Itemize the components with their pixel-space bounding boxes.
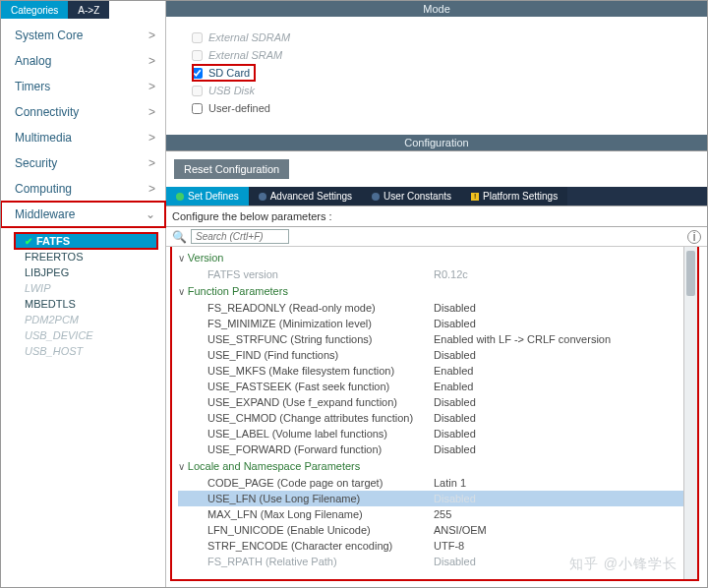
mode-option-user-defined: User-defined [192, 99, 699, 117]
param-value: Enabled [434, 381, 687, 392]
category-item-multimedia[interactable]: Multimedia> [1, 125, 165, 150]
param-section-version[interactable]: Version [178, 249, 687, 266]
config-tab-bar: Set DefinesAdvanced SettingsUser Constan… [166, 187, 707, 206]
config-tab-platform-settings[interactable]: !Platform Settings [461, 187, 567, 206]
config-description: Configure the below parameters : [166, 206, 707, 227]
mode-label: User-defined [208, 102, 270, 114]
param-name: MAX_LFN (Max Long Filename) [207, 508, 434, 520]
param-section-locale-and-namespace-parameters[interactable]: Locale and Namespace Parameters [178, 457, 687, 475]
param-value: 255 [434, 508, 687, 520]
param-row[interactable]: STRF_ENCODE (Character encoding)UTF-8 [178, 538, 687, 554]
mode-label: USB Disk [208, 85, 255, 96]
param-name: FS_RPATH (Relative Path) [207, 556, 434, 567]
info-icon[interactable]: i [687, 230, 701, 244]
param-row[interactable]: USE_CHMOD (Change attributes function)Di… [178, 410, 687, 426]
mode-label: SD Card [208, 67, 250, 79]
param-row[interactable]: USE_FORWARD (Forward function)Disabled [178, 441, 687, 457]
param-row[interactable]: USE_EXPAND (Use f_expand function)Disabl… [178, 394, 687, 410]
middleware-item-pdm2pcm[interactable]: PDM2PCM [1, 312, 165, 327]
category-item-connectivity[interactable]: Connectivity> [1, 99, 165, 125]
param-name: USE_CHMOD (Change attributes function) [207, 412, 434, 424]
mode-checkbox[interactable] [192, 68, 203, 79]
category-item-middleware[interactable]: Middleware⌄ [1, 202, 165, 227]
category-item-computing[interactable]: Computing> [1, 176, 165, 202]
chevron-right-icon: > [148, 54, 155, 68]
param-row[interactable]: FS_RPATH (Relative Path)Disabled [178, 554, 687, 569]
param-row[interactable]: LFN_UNICODE (Enable Unicode)ANSI/OEM [178, 522, 687, 538]
chevron-right-icon: > [148, 131, 155, 145]
configuration-body: Reset Configuration Set DefinesAdvanced … [166, 150, 707, 587]
param-row[interactable]: MAX_LFN (Max Long Filename)255 [178, 506, 687, 522]
param-row[interactable]: USE_LFN (Use Long Filename)Disabled [178, 491, 687, 506]
middleware-item-usb_host[interactable]: USB_HOST [1, 343, 165, 359]
param-row[interactable]: FS_MINIMIZE (Minimization level)Disabled [178, 316, 687, 331]
param-name: USE_EXPAND (Use f_expand function) [207, 396, 434, 408]
param-row[interactable]: USE_LABEL (Volume label functions)Disabl… [178, 426, 687, 441]
middleware-list: FATFSFREERTOSLIBJPEGLWIPMBEDTLSPDM2PCMUS… [1, 231, 165, 365]
param-section-function-parameters[interactable]: Function Parameters [178, 282, 687, 300]
param-row[interactable]: CODE_PAGE (Code page on target)Latin 1 [178, 475, 687, 491]
middleware-item-fatfs[interactable]: FATFS [15, 233, 157, 249]
mode-header: Mode [166, 1, 707, 17]
mode-option-sd-card: SD Card [192, 64, 256, 82]
mode-checkbox [192, 50, 203, 61]
sidebar-tab-categories[interactable]: Categories [1, 1, 68, 19]
param-name: USE_FIND (Find functions) [207, 349, 434, 361]
param-name: FATFS version [207, 268, 434, 280]
param-value: Disabled [434, 302, 687, 314]
chevron-right-icon: > [148, 29, 155, 42]
param-row[interactable]: USE_MKFS (Make filesystem function)Enabl… [178, 363, 687, 379]
middleware-item-mbedtls[interactable]: MBEDTLS [1, 296, 165, 312]
config-tab-advanced-settings[interactable]: Advanced Settings [249, 187, 362, 206]
mode-pane: External SDRAMExternal SRAMSD CardUSB Di… [166, 17, 707, 135]
config-tab-user-constants[interactable]: User Constants [362, 187, 461, 206]
param-value: Disabled [434, 349, 687, 361]
param-row[interactable]: FS_READONLY (Read-only mode)Disabled [178, 300, 687, 316]
scrollbar-thumb[interactable] [686, 251, 695, 296]
category-item-security[interactable]: Security> [1, 150, 165, 176]
category-list: System Core>Analog>Timers>Connectivity>M… [1, 19, 165, 231]
category-label: Connectivity [15, 105, 79, 119]
warning-icon: ! [471, 193, 479, 201]
param-value: Disabled [434, 556, 687, 567]
mode-option-usb-disk: USB Disk [192, 82, 699, 99]
param-value: Enabled [434, 365, 687, 377]
mode-checkbox [192, 86, 203, 96]
configuration-toolbar: Reset Configuration [166, 151, 707, 187]
status-dot-icon [259, 193, 266, 201]
category-label: Computing [15, 182, 72, 196]
category-label: Analog [15, 54, 51, 68]
middleware-item-usb_device[interactable]: USB_DEVICE [1, 327, 165, 343]
category-label: Multimedia [15, 131, 72, 145]
param-name: USE_LABEL (Volume label functions) [207, 428, 434, 440]
config-tab-set-defines[interactable]: Set Defines [166, 187, 249, 206]
param-value: Enabled with LF -> CRLF conversion [434, 333, 687, 345]
category-label: Middleware [15, 207, 75, 221]
param-value: Disabled [434, 396, 687, 408]
middleware-item-freertos[interactable]: FREERTOS [1, 249, 165, 265]
reset-configuration-button[interactable]: Reset Configuration [174, 159, 289, 179]
category-item-system-core[interactable]: System Core> [1, 23, 165, 48]
category-item-timers[interactable]: Timers> [1, 74, 165, 99]
mode-checkbox[interactable] [192, 103, 203, 114]
mode-checkbox [192, 32, 203, 43]
config-search-input[interactable] [191, 229, 289, 244]
middleware-item-libjpeg[interactable]: LIBJPEG [1, 265, 165, 280]
param-value: Disabled [434, 493, 687, 504]
param-value: UTF-8 [434, 540, 687, 552]
category-item-analog[interactable]: Analog> [1, 48, 165, 74]
param-row[interactable]: USE_FIND (Find functions)Disabled [178, 347, 687, 363]
chevron-right-icon: > [148, 156, 155, 170]
param-row[interactable]: FATFS versionR0.12c [178, 266, 687, 282]
middleware-item-lwip[interactable]: LWIP [1, 280, 165, 296]
param-row[interactable]: USE_STRFUNC (String functions)Enabled wi… [178, 331, 687, 347]
config-tab-label: Set Defines [188, 191, 239, 202]
param-name: USE_FORWARD (Forward function) [207, 443, 434, 455]
config-search-row: 🔍 i [166, 227, 707, 247]
param-row[interactable]: USE_FASTSEEK (Fast seek function)Enabled [178, 379, 687, 394]
param-name: USE_LFN (Use Long Filename) [207, 493, 434, 504]
search-icon: 🔍 [172, 230, 187, 244]
mode-label: External SDRAM [208, 31, 290, 43]
vertical-scrollbar[interactable] [683, 247, 697, 579]
sidebar-tab-az[interactable]: A->Z [68, 1, 109, 19]
